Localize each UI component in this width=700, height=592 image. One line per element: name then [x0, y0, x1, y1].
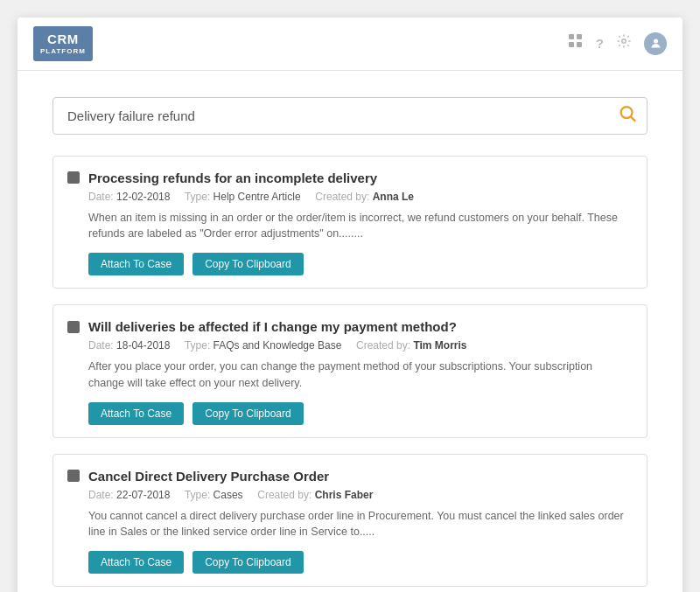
help-icon[interactable]: ?	[596, 36, 604, 51]
logo: CRM PLATFORM	[33, 26, 93, 61]
svg-rect-3	[577, 42, 582, 47]
copy-to-clipboard-button[interactable]: Copy To Clipboard	[192, 551, 304, 574]
settings-icon[interactable]	[616, 33, 632, 53]
created-label: Created by:	[356, 339, 410, 352]
top-nav: CRM PLATFORM ?	[18, 17, 682, 71]
main-content: Processing refunds for an incomplete del…	[18, 71, 682, 592]
date-value: 12-02-2018	[116, 191, 170, 203]
logo-platform: PLATFORM	[40, 47, 86, 56]
card-description: When an item is missing in an order or t…	[67, 210, 629, 243]
card-checkbox[interactable]	[67, 470, 80, 482]
card-header: Will deliveries be affected if I change …	[67, 319, 629, 334]
result-card: Processing refunds for an incomplete del…	[52, 156, 648, 289]
logo-crm: CRM	[40, 31, 86, 47]
user-avatar[interactable]	[644, 32, 667, 55]
card-description: After you place your order, you can chan…	[67, 359, 629, 392]
svg-rect-0	[569, 34, 574, 39]
card-checkbox[interactable]	[67, 321, 80, 333]
created-value: Chris Faber	[315, 489, 374, 501]
date-label: Date:	[88, 191, 114, 203]
attach-to-case-button[interactable]: Attach To Case	[88, 551, 184, 574]
card-actions: Attach To Case Copy To Clipboard	[67, 402, 629, 425]
card-title: Processing refunds for an incomplete del…	[88, 171, 377, 185]
search-container	[52, 97, 648, 135]
date-value: 18-04-2018	[116, 339, 170, 352]
card-meta: Date: 18-04-2018 Type: FAQs and Knowledg…	[67, 339, 629, 352]
copy-to-clipboard-button[interactable]: Copy To Clipboard	[192, 253, 304, 275]
card-title: Cancel Direct Delivery Purchase Order	[88, 469, 329, 484]
results-container: Processing refunds for an incomplete del…	[52, 156, 648, 588]
created-value: Anna Le	[373, 191, 414, 203]
date-label: Date:	[88, 489, 114, 501]
svg-point-5	[654, 39, 658, 44]
card-checkbox[interactable]	[67, 171, 80, 184]
type-label: Type:	[185, 339, 210, 352]
card-meta: Date: 12-02-2018 Type: Help Centre Artic…	[67, 191, 629, 203]
svg-rect-2	[569, 42, 574, 47]
svg-point-6	[621, 107, 633, 118]
svg-rect-1	[577, 34, 582, 39]
app-window: CRM PLATFORM ?	[18, 17, 682, 592]
copy-to-clipboard-button[interactable]: Copy To Clipboard	[192, 402, 304, 425]
nav-icons: ?	[568, 32, 667, 55]
card-meta: Date: 22-07-2018 Type: Cases Created by:…	[67, 489, 629, 501]
type-value: Help Centre Article	[214, 191, 301, 203]
attach-to-case-button[interactable]: Attach To Case	[88, 253, 184, 275]
card-header: Processing refunds for an incomplete del…	[67, 171, 629, 185]
search-button[interactable]	[618, 104, 637, 128]
card-title: Will deliveries be affected if I change …	[88, 319, 457, 334]
svg-point-4	[622, 39, 626, 44]
search-input[interactable]	[52, 97, 648, 135]
grid-icon[interactable]	[568, 33, 584, 53]
result-card: Will deliveries be affected if I change …	[52, 304, 648, 438]
card-description: You cannot cancel a direct delivery purc…	[67, 508, 629, 541]
card-actions: Attach To Case Copy To Clipboard	[67, 253, 629, 275]
card-actions: Attach To Case Copy To Clipboard	[67, 551, 629, 574]
created-value: Tim Morris	[413, 339, 466, 352]
date-value: 22-07-2018	[116, 489, 170, 501]
type-value: Cases	[214, 489, 243, 501]
type-label: Type:	[185, 489, 210, 501]
type-value: FAQs and Knowledge Base	[214, 339, 342, 352]
date-label: Date:	[88, 339, 114, 352]
created-label: Created by:	[257, 489, 312, 501]
created-label: Created by:	[315, 191, 369, 203]
type-label: Type:	[185, 191, 210, 203]
card-header: Cancel Direct Delivery Purchase Order	[67, 469, 629, 484]
svg-line-7	[631, 117, 635, 122]
result-card: Cancel Direct Delivery Purchase Order Da…	[52, 454, 648, 588]
attach-to-case-button[interactable]: Attach To Case	[88, 402, 184, 425]
